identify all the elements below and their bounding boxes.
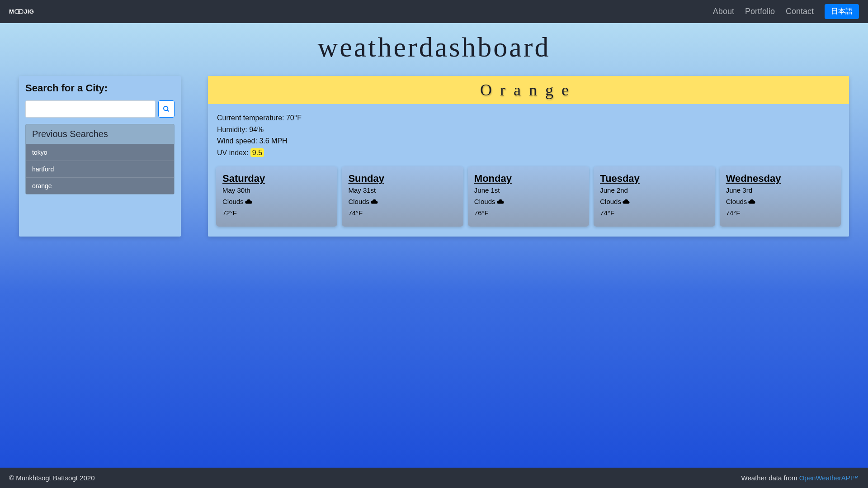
history-item[interactable]: orange [26,177,174,194]
forecast-day: Monday [474,173,583,185]
cloud-icon [748,199,756,205]
search-label: Search for a City: [25,82,175,94]
svg-point-4 [164,106,168,110]
forecast-condition: Clouds [474,198,583,205]
forecast-date: June 1st [474,186,583,194]
history-item[interactable]: hartford [26,161,174,177]
nav-links: About Portfolio Contact 日本語 [713,4,859,19]
language-button[interactable]: 日本語 [825,4,859,19]
main-container: Search for a City: Previous Searches tok… [0,76,868,256]
copyright: © Munkhtsogt Battsogt 2020 [9,474,95,482]
forecast-day: Sunday [348,173,457,185]
current-weather: Current temperature: 70°F Humidity: 94% … [208,104,849,163]
forecast-temp: 74°F [348,209,457,217]
sidebar: Search for a City: Previous Searches tok… [19,76,181,237]
forecast-date: May 30th [222,186,331,194]
forecast-card: Monday June 1st Clouds 76°F [468,166,589,227]
cloud-icon [370,199,378,205]
search-row [25,100,175,118]
forecast-condition: Clouds [600,198,708,205]
logo-icon: M JIG [9,5,45,18]
search-icon [163,105,170,113]
weather-panel: Orange Current temperature: 70°F Humidit… [208,76,849,237]
forecast-date: June 3rd [726,186,835,194]
forecast-card: Tuesday June 2nd Clouds 74°F [594,166,715,227]
forecast-day: Saturday [222,173,331,185]
forecast-row: Saturday May 30th Clouds 72°F Sunday May… [208,163,849,227]
api-link[interactable]: OpenWeatherAPI™ [799,474,859,482]
page-title: weatherdashboard [0,23,868,76]
footer: © Munkhtsogt Battsogt 2020 Weather data … [0,468,868,488]
previous-searches: Previous Searches tokyo hartford orange [25,124,175,194]
forecast-temp: 74°F [726,209,835,217]
current-temp: Current temperature: 70°F [217,112,840,124]
forecast-date: May 31st [348,186,457,194]
history-item[interactable]: tokyo [26,144,174,161]
credit: Weather data from OpenWeatherAPI™ [741,474,859,482]
forecast-condition: Clouds [726,198,835,205]
cloud-icon [245,199,253,205]
logo[interactable]: M JIG [9,5,45,18]
forecast-condition: Clouds [222,198,331,205]
forecast-day: Wednesday [726,173,835,185]
forecast-temp: 76°F [474,209,583,217]
nav-link-about[interactable]: About [713,7,734,16]
svg-line-5 [167,110,169,111]
nav-link-contact[interactable]: Contact [786,7,814,16]
previous-searches-label: Previous Searches [26,124,174,144]
current-wind: Wind speed: 3.6 MPH [217,135,840,147]
cloud-icon [622,199,630,205]
nav-link-portfolio[interactable]: Portfolio [745,7,775,16]
search-button[interactable] [158,100,175,118]
city-name: Orange [208,76,849,104]
forecast-card: Wednesday June 3rd Clouds 74°F [720,166,841,227]
uv-badge: 9.5 [250,148,264,157]
forecast-temp: 74°F [600,209,708,217]
current-uv: UV index: 9.5 [217,147,840,159]
forecast-card: Saturday May 30th Clouds 72°F [216,166,337,227]
forecast-day: Tuesday [600,173,708,185]
svg-text:M: M [9,8,14,15]
current-humidity: Humidity: 94% [217,124,840,136]
forecast-date: June 2nd [600,186,708,194]
navbar: M JIG About Portfolio Contact 日本語 [0,0,868,23]
forecast-temp: 72°F [222,209,331,217]
svg-text:JIG: JIG [24,8,34,15]
search-input[interactable] [25,100,156,118]
forecast-condition: Clouds [348,198,457,205]
forecast-card: Sunday May 31st Clouds 74°F [342,166,463,227]
cloud-icon [496,199,505,205]
